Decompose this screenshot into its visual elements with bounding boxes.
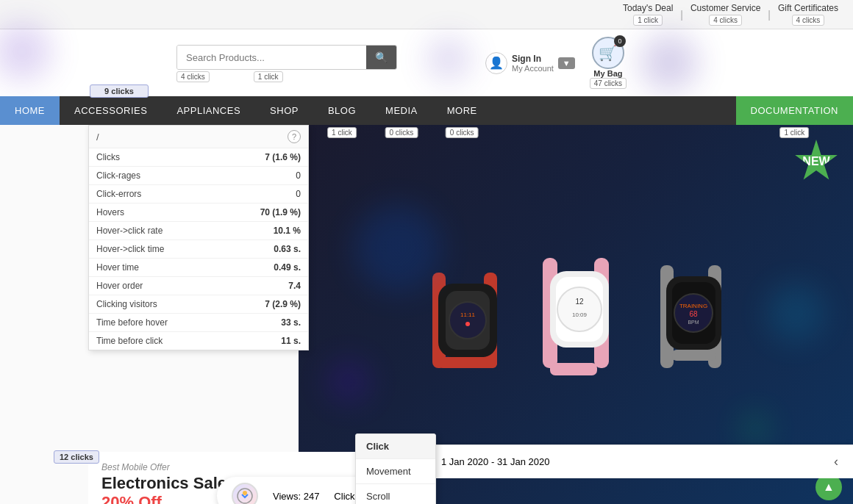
customer-service[interactable]: Customer Service 4 clicks: [690, 3, 760, 26]
svg-point-4: [449, 302, 486, 339]
nav-item-documentation[interactable]: DOCUMENTATION: [736, 96, 853, 125]
svg-text:11:11: 11:11: [460, 312, 476, 318]
nav-item-media-wrap: MEDIA 0 clicks: [371, 96, 432, 125]
svg-text:68: 68: [689, 310, 698, 318]
heatmap-blob-hero-4: [740, 414, 770, 443]
top-bar: Today's Deal 1 click | Customer Service …: [0, 0, 853, 29]
popup-value-clicking-visitors: 7 (2.9 %): [265, 299, 301, 309]
popup-label-click-errors: Click-errors: [96, 189, 141, 199]
popup-help-button[interactable]: ?: [288, 130, 301, 143]
search-btn-clicks: 1 click: [254, 73, 283, 81]
account-dropdown-btn[interactable]: ▼: [558, 57, 575, 69]
svg-text:BPM: BPM: [688, 320, 699, 325]
popup-path: /: [96, 132, 99, 143]
popup-label-hovers: Hovers: [96, 207, 124, 217]
popup-value-hover-order: 7.4: [288, 281, 301, 291]
todays-deal-label: Today's Deal: [623, 3, 673, 13]
popup-label-hover-click-time: Hover->click time: [96, 244, 164, 254]
popup-row-click-errors: Click-errors 0: [89, 185, 308, 204]
nav-item-accessories-wrap: ACCESSORIES 19 clicks: [60, 96, 162, 125]
popup-label-time-before-hover: Time before hover: [96, 317, 168, 328]
popup-row-hovers: Hovers 70 (1.9 %): [89, 204, 308, 222]
search-button[interactable]: 🔍: [366, 46, 396, 69]
popup-label-hover-click-rate: Hover->click rate: [96, 226, 163, 236]
divider-2: |: [768, 9, 771, 21]
date-range-text: 1 Jan 2020 - 31 Jan 2020: [441, 456, 549, 467]
popup-value-hover-time: 0.49 s.: [274, 262, 301, 273]
nav-item-blog[interactable]: BLOG: [313, 96, 371, 125]
context-menu-scroll[interactable]: Scroll: [356, 484, 435, 504]
nav-badge-documentation: 1 click: [779, 127, 809, 138]
context-menu-click[interactable]: Click: [356, 434, 435, 459]
popup-label-click-rages: Click-rages: [96, 170, 140, 181]
popup-row-click-rages: Click-rages 0: [89, 167, 308, 185]
popup-row-hover-click-time: Hover->click time 0.63 s.: [89, 240, 308, 259]
gift-certificates-clicks: 4 clicks: [792, 15, 825, 26]
customer-service-label: Customer Service: [690, 3, 760, 13]
account-text: Sign In My Account: [512, 54, 554, 73]
nav-item-home[interactable]: HOME: [0, 96, 60, 125]
popup-row-time-before-click: Time before click 11 s.: [89, 332, 308, 350]
popup-row-hover-click-rate: Hover->click rate 10.1 %: [89, 222, 308, 240]
todays-deal[interactable]: Today's Deal 1 click: [623, 3, 673, 26]
search-box[interactable]: 🔍: [176, 45, 397, 70]
sign-in-label: Sign In: [512, 54, 554, 64]
search-input[interactable]: [177, 46, 366, 69]
nav-badge-more: 0 clicks: [446, 127, 479, 138]
nav-item-media[interactable]: MEDIA: [371, 96, 432, 125]
heatmap-blob-account: [640, 33, 699, 92]
customer-service-clicks: 4 clicks: [709, 15, 742, 26]
popup-value-time-before-click: 11 s.: [281, 336, 301, 346]
nav-item-accessories[interactable]: ACCESSORIES: [60, 96, 162, 125]
nav-item-doc-wrap: DOCUMENTATION 1 click: [736, 96, 853, 125]
svg-point-6: [465, 322, 470, 326]
popup-value-click-rages: 0: [296, 170, 301, 181]
heatmap-blob-logo: [0, 22, 51, 81]
nav-item-more[interactable]: MORE: [432, 96, 492, 125]
nav-wrapper: 9 clicks HOME ACCESSORIES 19 clicks APPL…: [0, 96, 853, 125]
date-range-prev-button[interactable]: ‹: [834, 454, 838, 469]
svg-text:TRAINING: TRAINING: [679, 303, 707, 309]
nav-item-appliances[interactable]: APPLIANCES: [162, 96, 255, 125]
popup-label-time-before-click: Time before click: [96, 336, 163, 346]
nav-item-shop-wrap: SHOP 2 clicks: [255, 96, 313, 125]
popup-label-clicking-visitors: Clicking visitors: [96, 299, 157, 309]
heatmap-blob-hero-3: [326, 359, 371, 403]
header: 🔍 4 clicks 1 click 👤 Sign In My Account …: [0, 29, 853, 96]
nav-item-appliances-wrap: APPLIANCES 15 clicks: [162, 96, 255, 125]
new-badge: NEW: [794, 140, 838, 184]
account-area[interactable]: 👤 Sign In My Account ▼: [485, 52, 575, 74]
svg-point-26: [243, 491, 247, 495]
bag-icon-wrap: 🛒 0: [592, 37, 624, 69]
bag-label: My Bag: [593, 69, 622, 78]
search-input-clicks: 4 clicks: [176, 73, 210, 81]
info-bar-logo: [232, 483, 258, 504]
nav-item-shop[interactable]: SHOP: [255, 96, 313, 125]
date-range-bar: 1 Jan 2020 - 31 Jan 2020 ‹: [426, 444, 853, 478]
svg-rect-22: [438, 357, 497, 368]
popup-value-clicks: 7 (1.6 %): [265, 152, 301, 162]
nav-badge-blog: 1 click: [327, 127, 357, 138]
gift-certificates-label: Gift Certificates: [778, 3, 838, 13]
popup-row-clicks: Clicks 7 (1.6 %): [89, 148, 308, 167]
svg-point-11: [557, 287, 602, 331]
bag-count: 0: [614, 35, 626, 47]
watches-hero-svg: 11:11 12 10:09 TRAINING 68 BPM: [410, 228, 741, 420]
nav-bar: HOME ACCESSORIES 19 clicks APPLIANCES 15…: [0, 96, 853, 125]
popup-value-click-errors: 0: [296, 189, 301, 199]
cart-icon: 🛒: [599, 44, 617, 62]
info-bar-views: Views: 247: [273, 491, 319, 502]
context-menu-movement[interactable]: Movement: [356, 459, 435, 484]
nav-item-blog-wrap: BLOG 1 click: [313, 96, 371, 125]
gift-certificates[interactable]: Gift Certificates 4 clicks: [778, 3, 838, 26]
popup-value-hovers: 70 (1.9 %): [260, 207, 301, 217]
heatmap-blob-hero-2: [766, 284, 825, 342]
popup-label-clicks: Clicks: [96, 152, 120, 162]
account-icon: 👤: [485, 52, 507, 74]
todays-deal-clicks: 1 click: [633, 15, 663, 26]
popup-label-hover-order: Hover order: [96, 281, 143, 291]
divider-1: |: [680, 9, 683, 21]
bag-area[interactable]: 🛒 0 My Bag 47 clicks: [590, 37, 627, 89]
badge-12-clicks: 12 clicks: [54, 450, 99, 464]
my-account-label: My Account: [512, 64, 554, 73]
